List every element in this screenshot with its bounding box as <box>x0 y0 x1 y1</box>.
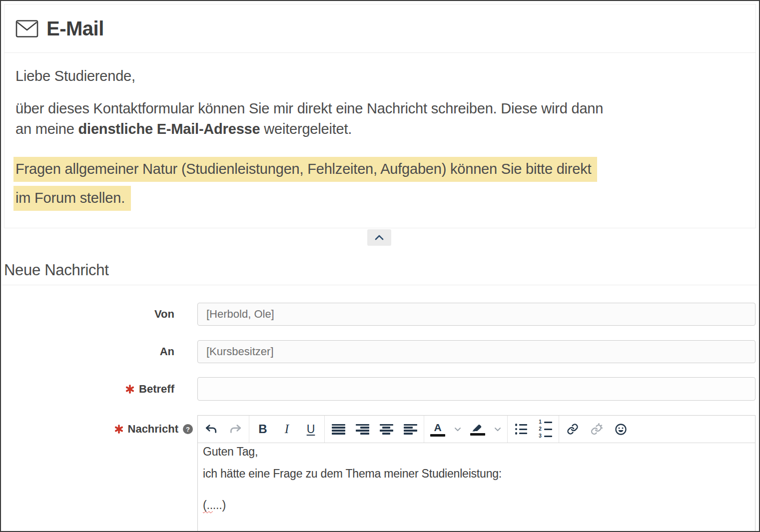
align-justify-icon <box>332 424 345 435</box>
toolbar-group-color: A <box>424 416 508 443</box>
unlink-button[interactable] <box>585 416 609 443</box>
from-label-text: Von <box>154 308 174 321</box>
toolbar-group-lists: 1 2 3 <box>508 416 559 443</box>
required-asterisk-icon <box>114 425 123 434</box>
collapse-intro-button[interactable] <box>367 229 391 246</box>
to-label: An <box>1 340 174 363</box>
undo-button[interactable] <box>199 416 223 443</box>
italic-button[interactable]: I <box>275 416 299 443</box>
from-field[interactable] <box>197 303 756 326</box>
highlighter-icon <box>471 423 484 432</box>
subject-label: Betreff <box>1 377 174 401</box>
intro-paragraph-bold: dienstliche E-Mail-Adresse <box>78 121 260 137</box>
bullet-list-icon <box>515 424 528 435</box>
bold-button[interactable]: B <box>251 416 275 443</box>
numbered-list-icon: 1 2 3 <box>539 420 552 439</box>
email-intro-card: E-Mail Liebe Studierende, über dieses Ko… <box>4 4 756 228</box>
toolbar-group-align <box>325 416 424 443</box>
intro-paragraph-line2-pre: an meine <box>15 121 78 137</box>
email-intro-text: Liebe Studierende, über dieses Kontaktfo… <box>4 53 756 212</box>
font-color-button[interactable]: A <box>426 416 450 443</box>
from-label: Von <box>1 303 174 326</box>
to-field[interactable] <box>197 340 756 363</box>
align-center-icon <box>380 424 393 435</box>
section-title-neue-nachricht: Neue Nachricht <box>4 261 108 279</box>
subject-label-text: Betreff <box>139 383 174 396</box>
align-justify-button[interactable] <box>326 416 350 443</box>
to-label-text: An <box>160 345 174 358</box>
italic-icon: I <box>285 422 289 436</box>
chevron-down-icon <box>454 427 461 432</box>
highlight-color-swatch <box>470 433 485 436</box>
link-icon <box>567 423 579 435</box>
undo-icon <box>205 424 218 435</box>
font-color-dropdown-button[interactable] <box>450 416 466 443</box>
smiley-icon <box>615 423 627 436</box>
highlighted-line-1: Fragen allgemeiner Natur (Studienleistun… <box>13 157 597 182</box>
font-color-swatch <box>430 434 445 437</box>
subject-field[interactable] <box>197 377 756 401</box>
chevron-up-icon <box>374 234 385 241</box>
bullet-list-button[interactable] <box>509 416 533 443</box>
numbered-list-button[interactable]: 1 2 3 <box>533 416 557 443</box>
message-line-3: (.....) <box>203 499 750 512</box>
message-line-3-rest: ...) <box>213 499 226 512</box>
envelope-icon <box>15 19 38 38</box>
email-module-page: E-Mail Liebe Studierende, über dieses Ko… <box>0 0 760 532</box>
align-right-button[interactable] <box>350 416 374 443</box>
editor-toolbar: B I U A <box>198 416 755 443</box>
highlight-color-dropdown-button[interactable] <box>490 416 506 443</box>
page-title: E-Mail <box>46 17 104 40</box>
align-left-button[interactable] <box>398 416 422 443</box>
emoji-button[interactable] <box>609 416 633 443</box>
intro-highlighted-note: Fragen allgemeiner Natur (Studienleistun… <box>15 154 733 212</box>
toolbar-group-insert <box>559 416 634 443</box>
message-label: Nachricht ? <box>1 422 193 436</box>
intro-paragraph-line2-post: weitergeleitet. <box>260 121 352 137</box>
email-card-header: E-Mail <box>4 4 756 53</box>
align-left-icon <box>404 424 417 435</box>
redo-button[interactable] <box>223 416 247 443</box>
link-button[interactable] <box>561 416 585 443</box>
intro-paragraph: über dieses Kontaktformular können Sie m… <box>15 98 733 139</box>
align-center-button[interactable] <box>374 416 398 443</box>
intro-paragraph-line1: über dieses Kontaktformular können Sie m… <box>15 100 603 116</box>
underline-button[interactable]: U <box>299 416 323 443</box>
highlight-color-button[interactable] <box>466 416 490 443</box>
message-line-2: ich hätte eine Frage zu dem Thema meiner… <box>203 467 750 481</box>
bold-icon: B <box>258 422 267 436</box>
font-color-icon: A <box>434 422 441 433</box>
unlink-icon <box>590 423 603 435</box>
section-divider <box>2 285 758 285</box>
highlighted-line-2: im Forum stellen. <box>13 186 131 211</box>
toolbar-group-text-style: B I U <box>249 416 325 443</box>
underline-icon: U <box>307 423 315 436</box>
redo-icon <box>229 424 242 435</box>
chevron-down-icon <box>494 427 501 432</box>
message-label-text: Nachricht <box>128 423 178 436</box>
misspelled-text: (.. <box>203 499 213 512</box>
message-editor: B I U A <box>197 415 756 532</box>
intro-greeting: Liebe Studierende, <box>15 68 733 84</box>
message-body-editor[interactable]: Guten Tag, ich hätte eine Frage zu dem T… <box>198 443 755 532</box>
required-asterisk-icon <box>125 385 134 394</box>
toolbar-group-history <box>198 416 249 443</box>
align-right-icon <box>356 424 369 435</box>
message-line-1: Guten Tag, <box>203 445 750 459</box>
help-icon[interactable]: ? <box>183 424 193 434</box>
